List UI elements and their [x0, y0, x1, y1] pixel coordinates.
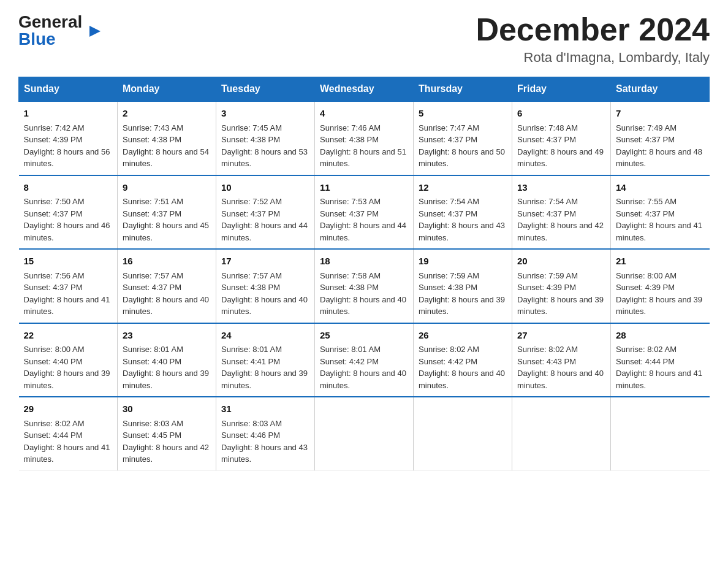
logo: General Blue — [18, 12, 89, 49]
calendar-cell — [315, 397, 414, 470]
calendar-cell: 28Sunrise: 8:02 AMSunset: 4:44 PMDayligh… — [611, 323, 710, 397]
calendar-cell: 19Sunrise: 7:59 AMSunset: 4:38 PMDayligh… — [414, 249, 512, 323]
day-number: 4 — [320, 107, 408, 121]
day-info: Sunrise: 8:03 AMSunset: 4:45 PMDaylight:… — [123, 418, 211, 465]
calendar-cell: 7Sunrise: 7:49 AMSunset: 4:37 PMDaylight… — [611, 101, 710, 175]
day-info: Sunrise: 7:53 AMSunset: 4:37 PMDaylight:… — [320, 196, 408, 243]
calendar-cell — [414, 397, 512, 470]
day-info: Sunrise: 8:01 AMSunset: 4:40 PMDaylight:… — [123, 343, 211, 391]
day-number: 11 — [320, 181, 408, 195]
calendar-table: SundayMondayTuesdayWednesdayThursdayFrid… — [18, 77, 710, 471]
calendar-cell: 17Sunrise: 7:57 AMSunset: 4:38 PMDayligh… — [216, 249, 315, 323]
day-info: Sunrise: 7:59 AMSunset: 4:38 PMDaylight:… — [419, 270, 507, 318]
calendar-cell: 31Sunrise: 8:03 AMSunset: 4:46 PMDayligh… — [216, 397, 315, 470]
day-info: Sunrise: 8:02 AMSunset: 4:43 PMDaylight:… — [517, 343, 605, 391]
page-header: General Blue December 2024 Rota d'Imagna… — [18, 12, 710, 66]
day-info: Sunrise: 7:52 AMSunset: 4:37 PMDaylight:… — [221, 196, 309, 243]
calendar-cell: 30Sunrise: 8:03 AMSunset: 4:45 PMDayligh… — [118, 397, 216, 470]
calendar-cell: 22Sunrise: 8:00 AMSunset: 4:40 PMDayligh… — [19, 323, 118, 397]
day-info: Sunrise: 7:57 AMSunset: 4:38 PMDaylight:… — [221, 270, 309, 318]
day-number: 23 — [123, 329, 211, 343]
calendar-cell: 18Sunrise: 7:58 AMSunset: 4:38 PMDayligh… — [315, 249, 414, 323]
day-info: Sunrise: 7:55 AMSunset: 4:37 PMDaylight:… — [616, 196, 705, 243]
day-info: Sunrise: 7:49 AMSunset: 4:37 PMDaylight:… — [616, 122, 705, 170]
calendar-week-row: 22Sunrise: 8:00 AMSunset: 4:40 PMDayligh… — [19, 323, 710, 397]
day-info: Sunrise: 7:46 AMSunset: 4:38 PMDaylight:… — [320, 122, 408, 170]
day-info: Sunrise: 7:50 AMSunset: 4:37 PMDaylight:… — [24, 196, 113, 243]
day-number: 12 — [419, 181, 507, 195]
day-number: 13 — [517, 181, 605, 195]
calendar-cell: 15Sunrise: 7:56 AMSunset: 4:37 PMDayligh… — [19, 249, 118, 323]
calendar-cell: 4Sunrise: 7:46 AMSunset: 4:38 PMDaylight… — [315, 101, 414, 175]
month-title: December 2024 — [476, 12, 710, 47]
day-number: 30 — [123, 402, 211, 416]
calendar-week-row: 15Sunrise: 7:56 AMSunset: 4:37 PMDayligh… — [19, 249, 710, 323]
calendar-cell: 5Sunrise: 7:47 AMSunset: 4:37 PMDaylight… — [414, 101, 512, 175]
calendar-week-row: 8Sunrise: 7:50 AMSunset: 4:37 PMDaylight… — [19, 175, 710, 250]
day-info: Sunrise: 8:01 AMSunset: 4:41 PMDaylight:… — [221, 343, 309, 391]
day-number: 22 — [24, 329, 113, 343]
day-number: 6 — [517, 107, 605, 121]
day-number: 5 — [419, 107, 507, 121]
day-info: Sunrise: 7:57 AMSunset: 4:37 PMDaylight:… — [123, 270, 211, 318]
day-number: 17 — [221, 255, 309, 269]
day-number: 29 — [24, 402, 113, 416]
day-info: Sunrise: 7:48 AMSunset: 4:37 PMDaylight:… — [517, 122, 605, 170]
day-info: Sunrise: 7:54 AMSunset: 4:37 PMDaylight:… — [419, 196, 507, 243]
day-number: 21 — [616, 255, 705, 269]
calendar-cell: 2Sunrise: 7:43 AMSunset: 4:38 PMDaylight… — [118, 101, 216, 175]
calendar-cell: 12Sunrise: 7:54 AMSunset: 4:37 PMDayligh… — [414, 175, 512, 250]
day-number: 16 — [123, 255, 211, 269]
header-thursday: Thursday — [414, 77, 512, 102]
day-number: 25 — [320, 329, 408, 343]
day-info: Sunrise: 7:45 AMSunset: 4:38 PMDaylight:… — [221, 122, 309, 170]
calendar-week-row: 29Sunrise: 8:02 AMSunset: 4:44 PMDayligh… — [19, 397, 710, 470]
day-number: 8 — [24, 181, 113, 195]
day-number: 15 — [24, 255, 113, 269]
calendar-week-row: 1Sunrise: 7:42 AMSunset: 4:39 PMDaylight… — [19, 101, 710, 175]
calendar-cell — [611, 397, 710, 470]
day-info: Sunrise: 8:01 AMSunset: 4:42 PMDaylight:… — [320, 343, 408, 391]
calendar-cell: 16Sunrise: 7:57 AMSunset: 4:37 PMDayligh… — [118, 249, 216, 323]
title-block: December 2024 Rota d'Imagna, Lombardy, I… — [476, 12, 710, 66]
day-info: Sunrise: 7:56 AMSunset: 4:37 PMDaylight:… — [24, 270, 113, 318]
calendar-cell: 10Sunrise: 7:52 AMSunset: 4:37 PMDayligh… — [216, 175, 315, 250]
day-number: 20 — [517, 255, 605, 269]
day-number: 9 — [123, 181, 211, 195]
day-number: 19 — [419, 255, 507, 269]
calendar-cell: 27Sunrise: 8:02 AMSunset: 4:43 PMDayligh… — [512, 323, 611, 397]
day-number: 7 — [616, 107, 705, 121]
header-sunday: Sunday — [19, 77, 118, 102]
calendar-cell: 11Sunrise: 7:53 AMSunset: 4:37 PMDayligh… — [315, 175, 414, 250]
svg-marker-0 — [89, 26, 100, 37]
day-number: 10 — [221, 181, 309, 195]
calendar-cell: 8Sunrise: 7:50 AMSunset: 4:37 PMDaylight… — [19, 175, 118, 250]
calendar-cell: 6Sunrise: 7:48 AMSunset: 4:37 PMDaylight… — [512, 101, 611, 175]
calendar-cell: 24Sunrise: 8:01 AMSunset: 4:41 PMDayligh… — [216, 323, 315, 397]
day-number: 24 — [221, 329, 309, 343]
day-number: 28 — [616, 329, 705, 343]
header-saturday: Saturday — [611, 77, 710, 102]
calendar-cell: 13Sunrise: 7:54 AMSunset: 4:37 PMDayligh… — [512, 175, 611, 250]
day-number: 18 — [320, 255, 408, 269]
calendar-cell: 25Sunrise: 8:01 AMSunset: 4:42 PMDayligh… — [315, 323, 414, 397]
calendar-cell: 9Sunrise: 7:51 AMSunset: 4:37 PMDaylight… — [118, 175, 216, 250]
day-info: Sunrise: 7:59 AMSunset: 4:39 PMDaylight:… — [517, 270, 605, 318]
calendar-cell: 14Sunrise: 7:55 AMSunset: 4:37 PMDayligh… — [611, 175, 710, 250]
header-wednesday: Wednesday — [315, 77, 414, 102]
day-info: Sunrise: 8:00 AMSunset: 4:39 PMDaylight:… — [616, 270, 705, 318]
day-info: Sunrise: 8:03 AMSunset: 4:46 PMDaylight:… — [221, 418, 309, 465]
calendar-cell: 21Sunrise: 8:00 AMSunset: 4:39 PMDayligh… — [611, 249, 710, 323]
day-info: Sunrise: 7:58 AMSunset: 4:38 PMDaylight:… — [320, 270, 408, 318]
day-info: Sunrise: 7:47 AMSunset: 4:37 PMDaylight:… — [419, 122, 507, 170]
calendar-cell: 26Sunrise: 8:02 AMSunset: 4:42 PMDayligh… — [414, 323, 512, 397]
day-info: Sunrise: 8:00 AMSunset: 4:40 PMDaylight:… — [24, 343, 113, 391]
day-info: Sunrise: 8:02 AMSunset: 4:42 PMDaylight:… — [419, 343, 507, 391]
header-tuesday: Tuesday — [216, 77, 315, 102]
day-number: 2 — [123, 107, 211, 121]
calendar-cell — [512, 397, 611, 470]
day-info: Sunrise: 7:43 AMSunset: 4:38 PMDaylight:… — [123, 122, 211, 170]
calendar-header-row: SundayMondayTuesdayWednesdayThursdayFrid… — [19, 77, 710, 102]
day-info: Sunrise: 7:51 AMSunset: 4:37 PMDaylight:… — [123, 196, 211, 243]
location-title: Rota d'Imagna, Lombardy, Italy — [476, 50, 710, 66]
